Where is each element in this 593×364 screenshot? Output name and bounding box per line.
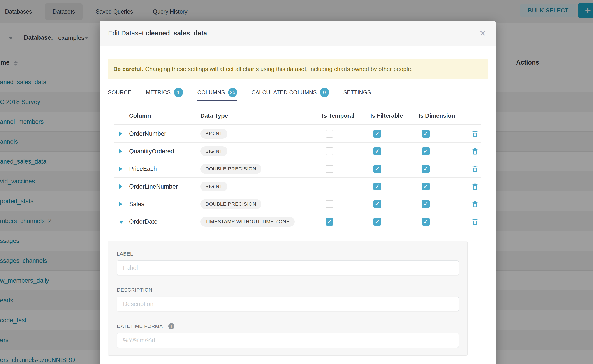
tab-settings[interactable]: SETTINGS bbox=[343, 88, 371, 101]
modal-body: Be careful. Changing these settings will… bbox=[100, 59, 495, 356]
trash-icon[interactable] bbox=[471, 148, 479, 155]
info-icon[interactable]: i bbox=[168, 323, 174, 329]
tab-source[interactable]: SOURCE bbox=[108, 88, 131, 101]
header-column: Column bbox=[129, 112, 151, 119]
is-dimension-checkbox[interactable] bbox=[422, 183, 430, 190]
caret-right-icon[interactable] bbox=[119, 131, 122, 136]
header-is-dimension: Is Dimension bbox=[419, 112, 455, 119]
modal-header: Edit Dataset cleaned_sales_data ✕ bbox=[100, 21, 495, 46]
tab-count-badge: 1 bbox=[174, 88, 183, 97]
caret-right-icon[interactable] bbox=[119, 202, 122, 206]
column-row: PriceEach DOUBLE PRECISION bbox=[114, 160, 481, 178]
is-filterable-checkbox[interactable] bbox=[373, 218, 381, 226]
columns-table-header: Column Data Type Is Temporal Is Filterab… bbox=[114, 110, 481, 125]
is-filterable-checkbox[interactable] bbox=[373, 200, 381, 208]
trash-icon[interactable] bbox=[471, 218, 479, 226]
header-data-type: Data Type bbox=[200, 112, 228, 119]
data-type-badge: BIGINT bbox=[200, 129, 227, 139]
caret-right-icon[interactable] bbox=[119, 184, 122, 189]
label-field-label: LABEL bbox=[117, 251, 458, 257]
is-temporal-checkbox[interactable] bbox=[326, 183, 333, 190]
trash-icon[interactable] bbox=[471, 200, 479, 208]
tab-count-badge: 25 bbox=[228, 88, 237, 97]
is-filterable-checkbox[interactable] bbox=[373, 130, 381, 137]
description-field-label: DESCRIPTION bbox=[117, 287, 458, 293]
column-row: OrderNumber BIGINT bbox=[114, 125, 481, 143]
column-row: Sales DOUBLE PRECISION bbox=[114, 195, 481, 213]
data-type-badge: BIGINT bbox=[200, 182, 227, 191]
warning-text: Changing these settings will affect all … bbox=[145, 66, 413, 73]
datetime-format-field-label: DATETIME FORMAT i bbox=[117, 323, 458, 329]
warning-banner: Be careful. Changing these settings will… bbox=[108, 59, 488, 79]
tab-calculated-columns[interactable]: CALCULATED COLUMNS 0 bbox=[252, 88, 329, 101]
is-temporal-checkbox[interactable] bbox=[326, 148, 333, 155]
trash-icon[interactable] bbox=[471, 183, 479, 190]
caret-right-icon[interactable] bbox=[119, 167, 122, 171]
is-dimension-checkbox[interactable] bbox=[422, 200, 430, 208]
is-temporal-checkbox[interactable] bbox=[326, 218, 333, 226]
is-dimension-checkbox[interactable] bbox=[422, 148, 430, 155]
column-row: QuantityOrdered BIGINT bbox=[114, 143, 481, 160]
is-filterable-checkbox[interactable] bbox=[373, 148, 381, 155]
modal-title-prefix: Edit Dataset bbox=[108, 30, 144, 37]
columns-table: Column Data Type Is Temporal Is Filterab… bbox=[114, 110, 481, 230]
data-type-badge: TIMESTAMP WITHOUT TIME ZONE bbox=[200, 217, 295, 227]
column-row: OrderLineNumber BIGINT bbox=[114, 178, 481, 195]
datetime-format-input[interactable] bbox=[117, 333, 459, 348]
is-temporal-checkbox[interactable] bbox=[326, 130, 333, 137]
columns-table-body: OrderNumber BIGINT QuantityOrdered BIGIN… bbox=[114, 125, 481, 230]
modal-title-dataset-name: cleaned_sales_data bbox=[145, 30, 207, 37]
is-temporal-checkbox[interactable] bbox=[326, 165, 333, 173]
caret-right-icon[interactable] bbox=[119, 149, 122, 154]
header-is-filterable: Is Filterable bbox=[370, 112, 403, 119]
screen: Databases Datasets Saved Queries Query H… bbox=[0, 0, 593, 364]
tab-columns[interactable]: COLUMNS 25 bbox=[198, 88, 237, 101]
is-dimension-checkbox[interactable] bbox=[422, 218, 430, 226]
edit-dataset-modal: Edit Dataset cleaned_sales_data ✕ Be car… bbox=[100, 21, 495, 364]
is-filterable-checkbox[interactable] bbox=[373, 165, 381, 173]
is-dimension-checkbox[interactable] bbox=[422, 165, 430, 173]
modal-title: Edit Dataset cleaned_sales_data bbox=[108, 30, 207, 37]
column-detail-panel: LABEL DESCRIPTION DATETIME FORMAT i bbox=[108, 241, 468, 356]
caret-down-icon[interactable] bbox=[119, 221, 124, 224]
tab-count-badge: 0 bbox=[320, 88, 329, 97]
tab-metrics[interactable]: METRICS 1 bbox=[146, 88, 183, 101]
description-input[interactable] bbox=[117, 297, 459, 312]
close-icon[interactable]: ✕ bbox=[479, 29, 486, 38]
is-dimension-checkbox[interactable] bbox=[422, 130, 430, 137]
data-type-badge: DOUBLE PRECISION bbox=[200, 199, 261, 209]
data-type-badge: BIGINT bbox=[200, 146, 227, 156]
header-is-temporal: Is Temporal bbox=[322, 112, 355, 119]
modal-tabs: SOURCE METRICS 1 COLUMNS 25 CALCULATED C… bbox=[108, 88, 488, 102]
trash-icon[interactable] bbox=[471, 130, 479, 137]
column-row: OrderDate TIMESTAMP WITHOUT TIME ZONE bbox=[114, 213, 481, 230]
data-type-badge: DOUBLE PRECISION bbox=[200, 164, 261, 174]
is-filterable-checkbox[interactable] bbox=[373, 183, 381, 190]
warning-bold: Be careful. bbox=[113, 66, 143, 73]
label-input[interactable] bbox=[117, 260, 459, 275]
is-temporal-checkbox[interactable] bbox=[326, 200, 333, 208]
trash-icon[interactable] bbox=[471, 165, 479, 173]
